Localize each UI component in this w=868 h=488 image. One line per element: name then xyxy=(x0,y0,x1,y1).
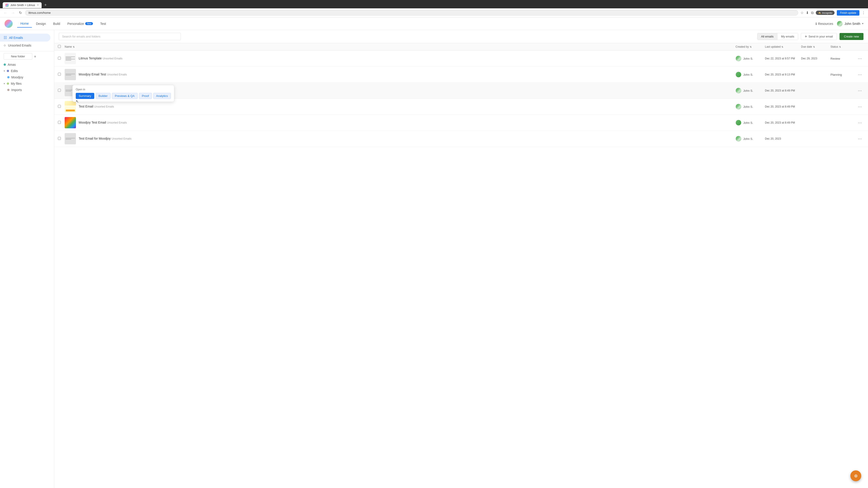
table-row: Test Email for Moodjoy Unsorted Emails J… xyxy=(54,131,868,147)
folder-label-my-files: My files xyxy=(11,82,22,86)
row-more-button-5[interactable]: ⋯ xyxy=(858,120,862,125)
forward-button[interactable]: → xyxy=(10,10,16,16)
search-bar[interactable]: Search for emails and folders xyxy=(59,33,181,40)
row-created-by-4: John S. xyxy=(736,104,765,109)
row-creator-name-1: John S. xyxy=(743,57,753,60)
open-in-analytics-button[interactable]: Analytics xyxy=(153,93,171,99)
folder-item-moodjoy[interactable]: Moodjoy xyxy=(0,74,54,80)
open-in-label: Open in xyxy=(76,88,171,91)
header-last-updated[interactable]: Last updated ⇅ xyxy=(765,45,801,48)
expand-icon-my-files: ▾ xyxy=(4,82,5,85)
url-bar[interactable]: litmus.com/home xyxy=(25,10,798,15)
row-updated-5: Dec 20, 2023 at 8:49 PM xyxy=(765,121,801,124)
finish-update-button[interactable]: Finish update xyxy=(837,10,860,15)
incognito-icon: 🕵 xyxy=(818,11,821,14)
row-checkbox-2[interactable] xyxy=(58,73,65,76)
nav-item-home[interactable]: Home xyxy=(17,20,32,28)
open-in-previews-qa-button[interactable]: Previews & QA xyxy=(112,93,137,99)
row-thumbnail-5 xyxy=(65,117,76,128)
nav-item-design[interactable]: Design xyxy=(33,20,49,27)
app-logo[interactable] xyxy=(4,20,13,28)
content-toolbar: Search for emails and folders All emails… xyxy=(54,30,868,43)
support-fab-button[interactable]: ⊕ xyxy=(850,470,861,481)
nav-item-personalize[interactable]: Personalize New xyxy=(64,20,96,27)
app-container: Home Design Build Personalize New Test ℹ… xyxy=(0,18,868,488)
row-more-button-4[interactable]: ⋯ xyxy=(858,104,862,109)
header-created-by[interactable]: Created by ⇅ xyxy=(736,45,765,48)
row-title-4[interactable]: Test Email xyxy=(79,105,93,108)
folder-item-my-files[interactable]: ▾ My files xyxy=(0,80,54,87)
row-more-button-6[interactable]: ⋯ xyxy=(858,136,862,141)
open-in-popup: Open in Summary Builder Previews & QA Pr… xyxy=(72,85,174,102)
expand-icon-edits: ▾ xyxy=(4,69,5,72)
row-avatar-4 xyxy=(736,104,741,109)
all-emails-label: All Emails xyxy=(9,36,23,39)
row-more-button-2[interactable]: ⋯ xyxy=(858,72,862,77)
my-emails-filter-button[interactable]: My emails xyxy=(777,33,798,40)
create-new-button[interactable]: Create new xyxy=(839,33,864,40)
new-folder-button[interactable]: New folder xyxy=(4,53,32,60)
row-title-6[interactable]: Test Email for Moodjoy xyxy=(79,137,111,140)
new-tab-button[interactable]: + xyxy=(42,2,49,8)
folder-item-amas[interactable]: Amas xyxy=(0,61,54,68)
sidebar-item-all-emails[interactable]: ☷ All Emails xyxy=(0,34,51,41)
header-name[interactable]: Name ⇅ xyxy=(65,45,736,48)
split-view-icon[interactable]: ⧉ xyxy=(811,11,813,15)
bookmark-icon[interactable]: ☆ xyxy=(800,11,804,15)
due-sort-icon: ⇅ xyxy=(813,46,815,48)
open-in-proof-button[interactable]: Proof xyxy=(139,93,152,99)
personalize-new-badge: New xyxy=(85,22,93,25)
row-checkbox-1[interactable] xyxy=(58,57,65,60)
row-checkbox-5[interactable] xyxy=(58,121,65,125)
info-icon: ℹ xyxy=(815,22,817,26)
row-creator-name-5: John S. xyxy=(743,121,753,125)
tab-close-button[interactable]: ✕ xyxy=(37,4,39,6)
user-menu[interactable]: John Smith ▾ xyxy=(837,21,864,27)
table-row: Moodjoy Email Test Unsorted Emails John … xyxy=(54,67,868,83)
folder-label-imports: Imports xyxy=(11,88,22,92)
support-icon: ⊕ xyxy=(854,473,858,479)
all-emails-filter-button[interactable]: All emails xyxy=(757,33,777,40)
active-tab[interactable]: John Smith > Litmus ✕ xyxy=(3,2,41,8)
folder-color-dot-moodjoy xyxy=(7,76,9,78)
search-placeholder: Search for emails and folders xyxy=(62,35,100,38)
open-in-summary-button[interactable]: Summary xyxy=(76,93,94,99)
incognito-badge: 🕵 Incognito xyxy=(816,11,835,15)
header-due-date[interactable]: Due date ⇅ xyxy=(801,45,831,48)
row-updated-3: Dec 20, 2023 at 8:49 PM xyxy=(765,89,801,92)
select-all-checkbox[interactable] xyxy=(58,45,61,48)
download-icon[interactable]: ⬇ xyxy=(806,11,809,15)
tab-label: John Smith > Litmus xyxy=(10,4,35,7)
sidebar-item-unsorted-emails[interactable]: ○ Unsorted Emails xyxy=(0,41,54,49)
row-status-1: Review xyxy=(831,57,855,60)
table-row: Moodjoy Test Email Unsorted Emails John … xyxy=(54,115,868,131)
send-email-button[interactable]: ✈ Send in your email xyxy=(801,33,837,40)
row-title-1[interactable]: Litmus Template xyxy=(79,57,102,60)
row-checkbox-3[interactable] xyxy=(58,89,65,92)
row-subtitle-2: Unsorted Emails xyxy=(107,73,127,76)
nav-item-test[interactable]: Test xyxy=(97,20,109,27)
more-options-icon[interactable]: ⋮ xyxy=(862,11,865,15)
nav-item-build[interactable]: Build xyxy=(50,20,63,27)
reload-button[interactable]: ↻ xyxy=(18,10,23,16)
resources-button[interactable]: ℹ Resources xyxy=(815,22,833,26)
folder-item-edits[interactable]: ▾ Edits xyxy=(0,68,54,74)
send-icon: ✈ xyxy=(805,35,807,38)
open-in-builder-button[interactable]: Builder xyxy=(96,93,111,99)
row-title-5[interactable]: Moodjoy Test Email xyxy=(79,121,106,124)
folder-options-icon[interactable]: ≡ xyxy=(34,55,36,58)
row-info-3: Open in Summary Builder Previews & QA Pr… xyxy=(79,89,736,92)
all-emails-icon: ☷ xyxy=(4,35,7,40)
row-checkbox-4[interactable] xyxy=(58,105,65,108)
main-content: ☷ All Emails ○ Unsorted Emails New folde… xyxy=(0,30,868,488)
row-avatar-3 xyxy=(736,88,741,94)
row-thumbnail-1 xyxy=(65,53,76,64)
folder-item-imports[interactable]: Imports xyxy=(0,87,54,93)
row-more-button-1[interactable]: ⋯ xyxy=(858,56,862,61)
back-button[interactable]: ← xyxy=(3,10,8,16)
header-status[interactable]: Status ⇅ xyxy=(831,45,855,48)
sidebar: ☷ All Emails ○ Unsorted Emails New folde… xyxy=(0,30,54,488)
row-checkbox-6[interactable] xyxy=(58,137,65,140)
row-more-button-3[interactable]: ⋯ xyxy=(858,88,862,93)
row-title-2[interactable]: Moodjoy Email Test xyxy=(79,72,106,76)
